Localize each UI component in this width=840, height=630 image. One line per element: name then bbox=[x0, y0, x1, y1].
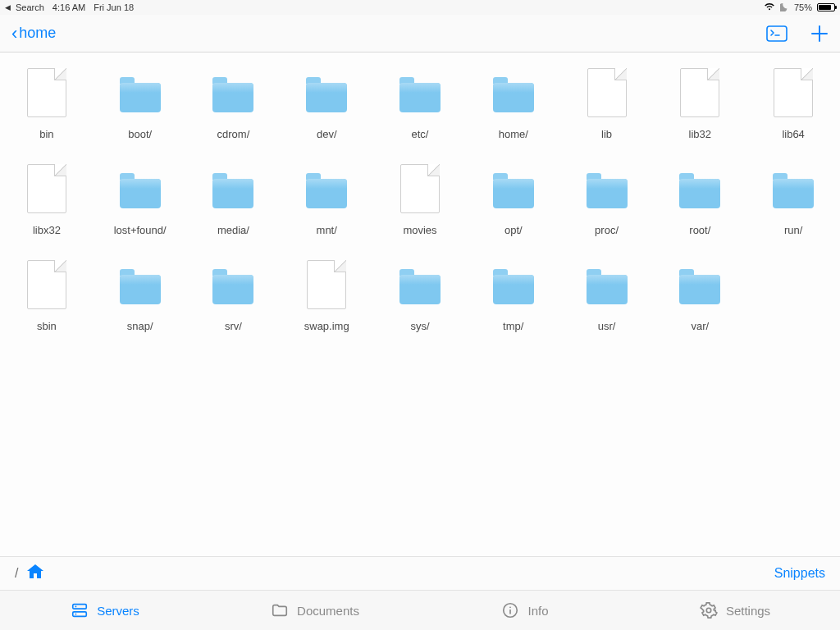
folder-icon bbox=[204, 64, 262, 121]
item-label: swap.img bbox=[304, 320, 349, 332]
status-time: 4:16 AM bbox=[52, 2, 85, 12]
folder-item[interactable]: sys/ bbox=[373, 253, 467, 332]
item-label: lost+found/ bbox=[114, 224, 167, 236]
item-label: srv/ bbox=[225, 320, 242, 332]
folder-item[interactable]: home/ bbox=[467, 61, 560, 140]
svg-point-4 bbox=[75, 614, 77, 615]
item-label: home/ bbox=[499, 128, 528, 140]
moon-icon bbox=[780, 2, 789, 13]
folder-item[interactable]: usr/ bbox=[560, 253, 654, 332]
file-item[interactable]: bin bbox=[0, 61, 94, 140]
folder-item[interactable]: root/ bbox=[653, 157, 746, 236]
tab-label: Info bbox=[527, 604, 548, 618]
file-icon bbox=[18, 160, 75, 217]
home-icon[interactable] bbox=[26, 564, 44, 583]
folder-icon bbox=[485, 160, 542, 217]
item-label: dev/ bbox=[317, 128, 337, 140]
tab-label: Settings bbox=[726, 604, 770, 618]
back-to-app-chevron-icon[interactable]: ◀ bbox=[5, 3, 11, 11]
item-label: opt/ bbox=[504, 224, 523, 236]
nav-bar: ‹ home bbox=[0, 15, 840, 52]
folder-item[interactable]: cdrom/ bbox=[187, 61, 281, 140]
folder-item[interactable]: dev/ bbox=[280, 61, 373, 140]
item-label: bin bbox=[39, 128, 53, 140]
file-item[interactable]: libx32 bbox=[0, 157, 94, 236]
item-label: root/ bbox=[689, 224, 710, 236]
folder-icon bbox=[578, 160, 636, 217]
svg-rect-1 bbox=[73, 605, 87, 609]
file-item[interactable]: lib64 bbox=[746, 61, 840, 140]
item-label: sbin bbox=[37, 320, 57, 332]
item-label: mnt/ bbox=[317, 224, 337, 236]
tab-bar: Servers Documents Info Settings bbox=[0, 591, 840, 630]
folder-item[interactable]: media/ bbox=[187, 157, 281, 236]
folder-item[interactable]: boot/ bbox=[94, 61, 187, 140]
folder-icon bbox=[112, 256, 169, 313]
tab-documents[interactable]: Documents bbox=[210, 591, 420, 630]
folder-icon bbox=[391, 256, 449, 313]
folder-item[interactable]: snap/ bbox=[94, 253, 187, 332]
back-button-label: home bbox=[19, 25, 56, 42]
path-root[interactable]: / bbox=[15, 566, 18, 581]
snippets-button[interactable]: Snippets bbox=[774, 566, 825, 581]
folder-item[interactable]: proc/ bbox=[560, 157, 654, 236]
folder-item[interactable]: etc/ bbox=[373, 61, 467, 140]
battery-percent: 75% bbox=[794, 2, 812, 12]
item-label: sys/ bbox=[410, 320, 429, 332]
file-icon bbox=[18, 256, 75, 313]
terminal-button[interactable] bbox=[766, 25, 788, 42]
add-button[interactable] bbox=[810, 25, 829, 43]
item-label: tmp/ bbox=[503, 320, 523, 332]
back-button[interactable]: ‹ home bbox=[11, 25, 56, 43]
folder-icon bbox=[671, 160, 728, 217]
file-icon bbox=[578, 64, 636, 121]
tab-label: Servers bbox=[97, 604, 139, 618]
item-label: cdrom/ bbox=[217, 128, 250, 140]
back-to-app-label[interactable]: Search bbox=[16, 2, 44, 12]
folder-icon bbox=[671, 256, 728, 313]
item-label: media/ bbox=[217, 224, 249, 236]
item-label: snap/ bbox=[127, 320, 153, 332]
folder-icon bbox=[485, 64, 542, 121]
folder-item[interactable]: run/ bbox=[746, 157, 840, 236]
svg-point-8 bbox=[706, 608, 711, 613]
item-label: lib bbox=[601, 128, 612, 140]
folder-icon bbox=[578, 256, 636, 313]
file-item[interactable]: movies bbox=[373, 157, 467, 236]
file-item[interactable]: lib bbox=[560, 61, 654, 140]
tab-settings[interactable]: Settings bbox=[630, 591, 840, 630]
folder-icon bbox=[485, 256, 542, 313]
file-icon bbox=[391, 160, 449, 217]
file-icon bbox=[765, 64, 822, 121]
svg-rect-0 bbox=[767, 26, 787, 41]
path-bar: / Snippets bbox=[0, 556, 840, 591]
file-icon bbox=[18, 64, 75, 121]
file-item[interactable]: lib32 bbox=[653, 61, 746, 140]
tab-label: Documents bbox=[297, 604, 359, 618]
svg-rect-2 bbox=[73, 612, 87, 617]
item-label: usr/ bbox=[598, 320, 616, 332]
folder-icon bbox=[298, 64, 355, 121]
folder-item[interactable]: tmp/ bbox=[467, 253, 560, 332]
folder-icon bbox=[298, 160, 355, 217]
svg-point-7 bbox=[510, 606, 512, 608]
item-label: lib32 bbox=[689, 128, 711, 140]
folder-item[interactable]: opt/ bbox=[467, 157, 560, 236]
folder-item[interactable]: var/ bbox=[653, 253, 746, 332]
folder-item[interactable]: lost+found/ bbox=[94, 157, 187, 236]
folder-icon bbox=[765, 160, 822, 217]
file-item[interactable]: swap.img bbox=[280, 253, 373, 332]
folder-icon bbox=[112, 160, 169, 217]
item-label: proc/ bbox=[595, 224, 619, 236]
folder-icon bbox=[112, 64, 169, 121]
tab-info[interactable]: Info bbox=[420, 591, 630, 630]
file-icon bbox=[298, 256, 355, 313]
folder-item[interactable]: mnt/ bbox=[280, 157, 373, 236]
tab-servers[interactable]: Servers bbox=[0, 591, 210, 630]
item-label: run/ bbox=[784, 224, 802, 236]
svg-point-3 bbox=[75, 606, 77, 608]
file-item[interactable]: sbin bbox=[0, 253, 94, 332]
folder-item[interactable]: srv/ bbox=[187, 253, 281, 332]
item-label: libx32 bbox=[33, 224, 61, 236]
folder-icon bbox=[204, 256, 262, 313]
